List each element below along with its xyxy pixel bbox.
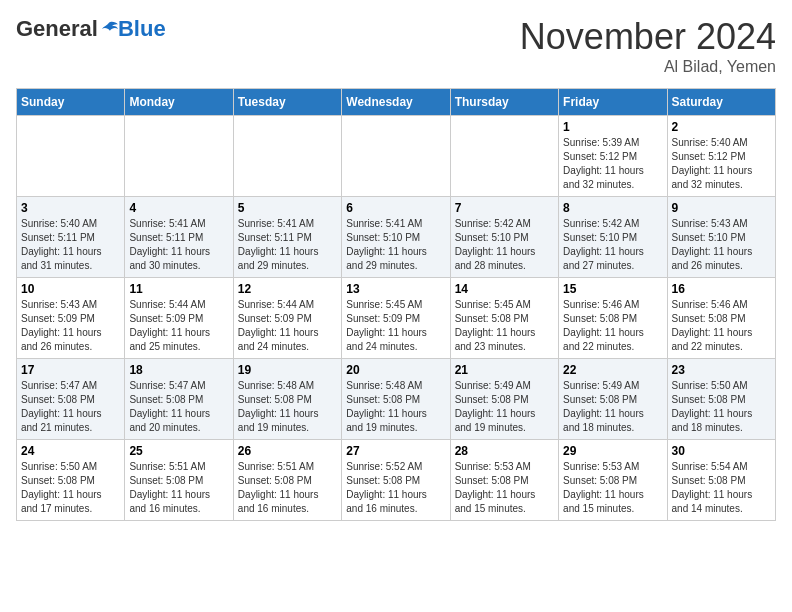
calendar-cell: 26Sunrise: 5:51 AMSunset: 5:08 PMDayligh…: [233, 440, 341, 521]
calendar-cell: 30Sunrise: 5:54 AMSunset: 5:08 PMDayligh…: [667, 440, 775, 521]
day-info: Sunrise: 5:45 AMSunset: 5:08 PMDaylight:…: [455, 298, 554, 354]
day-number: 1: [563, 120, 662, 134]
day-number: 18: [129, 363, 228, 377]
calendar-week-row: 17Sunrise: 5:47 AMSunset: 5:08 PMDayligh…: [17, 359, 776, 440]
calendar-week-row: 10Sunrise: 5:43 AMSunset: 5:09 PMDayligh…: [17, 278, 776, 359]
day-info: Sunrise: 5:40 AMSunset: 5:11 PMDaylight:…: [21, 217, 120, 273]
day-number: 24: [21, 444, 120, 458]
month-title: November 2024: [520, 16, 776, 58]
logo: General Blue: [16, 16, 166, 42]
calendar-header-row: SundayMondayTuesdayWednesdayThursdayFrid…: [17, 89, 776, 116]
calendar-week-row: 24Sunrise: 5:50 AMSunset: 5:08 PMDayligh…: [17, 440, 776, 521]
calendar-cell: 4Sunrise: 5:41 AMSunset: 5:11 PMDaylight…: [125, 197, 233, 278]
day-number: 8: [563, 201, 662, 215]
calendar-cell: 6Sunrise: 5:41 AMSunset: 5:10 PMDaylight…: [342, 197, 450, 278]
day-info: Sunrise: 5:41 AMSunset: 5:11 PMDaylight:…: [129, 217, 228, 273]
day-info: Sunrise: 5:49 AMSunset: 5:08 PMDaylight:…: [455, 379, 554, 435]
day-number: 26: [238, 444, 337, 458]
day-number: 5: [238, 201, 337, 215]
calendar-cell: 13Sunrise: 5:45 AMSunset: 5:09 PMDayligh…: [342, 278, 450, 359]
location-title: Al Bilad, Yemen: [520, 58, 776, 76]
calendar-cell: 17Sunrise: 5:47 AMSunset: 5:08 PMDayligh…: [17, 359, 125, 440]
calendar-cell: 2Sunrise: 5:40 AMSunset: 5:12 PMDaylight…: [667, 116, 775, 197]
calendar-cell: 16Sunrise: 5:46 AMSunset: 5:08 PMDayligh…: [667, 278, 775, 359]
calendar-cell: 28Sunrise: 5:53 AMSunset: 5:08 PMDayligh…: [450, 440, 558, 521]
calendar-cell: 22Sunrise: 5:49 AMSunset: 5:08 PMDayligh…: [559, 359, 667, 440]
day-number: 10: [21, 282, 120, 296]
day-info: Sunrise: 5:53 AMSunset: 5:08 PMDaylight:…: [455, 460, 554, 516]
day-number: 29: [563, 444, 662, 458]
calendar-cell: [17, 116, 125, 197]
weekday-header: Monday: [125, 89, 233, 116]
weekday-header: Tuesday: [233, 89, 341, 116]
logo-blue-text: Blue: [118, 16, 166, 42]
day-info: Sunrise: 5:51 AMSunset: 5:08 PMDaylight:…: [238, 460, 337, 516]
day-info: Sunrise: 5:48 AMSunset: 5:08 PMDaylight:…: [238, 379, 337, 435]
day-number: 19: [238, 363, 337, 377]
day-info: Sunrise: 5:44 AMSunset: 5:09 PMDaylight:…: [238, 298, 337, 354]
day-info: Sunrise: 5:43 AMSunset: 5:09 PMDaylight:…: [21, 298, 120, 354]
calendar-cell: 24Sunrise: 5:50 AMSunset: 5:08 PMDayligh…: [17, 440, 125, 521]
day-info: Sunrise: 5:46 AMSunset: 5:08 PMDaylight:…: [563, 298, 662, 354]
day-info: Sunrise: 5:52 AMSunset: 5:08 PMDaylight:…: [346, 460, 445, 516]
day-info: Sunrise: 5:41 AMSunset: 5:10 PMDaylight:…: [346, 217, 445, 273]
day-number: 17: [21, 363, 120, 377]
day-info: Sunrise: 5:43 AMSunset: 5:10 PMDaylight:…: [672, 217, 771, 273]
calendar-cell: 1Sunrise: 5:39 AMSunset: 5:12 PMDaylight…: [559, 116, 667, 197]
day-number: 4: [129, 201, 228, 215]
day-number: 25: [129, 444, 228, 458]
calendar-cell: 7Sunrise: 5:42 AMSunset: 5:10 PMDaylight…: [450, 197, 558, 278]
day-info: Sunrise: 5:53 AMSunset: 5:08 PMDaylight:…: [563, 460, 662, 516]
day-number: 12: [238, 282, 337, 296]
day-number: 20: [346, 363, 445, 377]
weekday-header: Thursday: [450, 89, 558, 116]
day-info: Sunrise: 5:54 AMSunset: 5:08 PMDaylight:…: [672, 460, 771, 516]
calendar-cell: [125, 116, 233, 197]
calendar-cell: 11Sunrise: 5:44 AMSunset: 5:09 PMDayligh…: [125, 278, 233, 359]
calendar-cell: 23Sunrise: 5:50 AMSunset: 5:08 PMDayligh…: [667, 359, 775, 440]
logo-general-text: General: [16, 16, 98, 42]
calendar-cell: 14Sunrise: 5:45 AMSunset: 5:08 PMDayligh…: [450, 278, 558, 359]
calendar-cell: 12Sunrise: 5:44 AMSunset: 5:09 PMDayligh…: [233, 278, 341, 359]
day-number: 3: [21, 201, 120, 215]
calendar-cell: 25Sunrise: 5:51 AMSunset: 5:08 PMDayligh…: [125, 440, 233, 521]
day-info: Sunrise: 5:46 AMSunset: 5:08 PMDaylight:…: [672, 298, 771, 354]
weekday-header: Sunday: [17, 89, 125, 116]
calendar-table: SundayMondayTuesdayWednesdayThursdayFrid…: [16, 88, 776, 521]
day-number: 28: [455, 444, 554, 458]
page-header: General Blue November 2024 Al Bilad, Yem…: [16, 16, 776, 76]
day-info: Sunrise: 5:42 AMSunset: 5:10 PMDaylight:…: [455, 217, 554, 273]
calendar-cell: [342, 116, 450, 197]
day-info: Sunrise: 5:47 AMSunset: 5:08 PMDaylight:…: [129, 379, 228, 435]
day-info: Sunrise: 5:50 AMSunset: 5:08 PMDaylight:…: [21, 460, 120, 516]
day-number: 2: [672, 120, 771, 134]
day-number: 16: [672, 282, 771, 296]
day-number: 15: [563, 282, 662, 296]
day-info: Sunrise: 5:45 AMSunset: 5:09 PMDaylight:…: [346, 298, 445, 354]
day-number: 23: [672, 363, 771, 377]
calendar-cell: 29Sunrise: 5:53 AMSunset: 5:08 PMDayligh…: [559, 440, 667, 521]
day-number: 13: [346, 282, 445, 296]
day-info: Sunrise: 5:47 AMSunset: 5:08 PMDaylight:…: [21, 379, 120, 435]
day-number: 9: [672, 201, 771, 215]
weekday-header: Saturday: [667, 89, 775, 116]
day-number: 7: [455, 201, 554, 215]
calendar-cell: 18Sunrise: 5:47 AMSunset: 5:08 PMDayligh…: [125, 359, 233, 440]
weekday-header: Wednesday: [342, 89, 450, 116]
day-info: Sunrise: 5:48 AMSunset: 5:08 PMDaylight:…: [346, 379, 445, 435]
calendar-cell: 15Sunrise: 5:46 AMSunset: 5:08 PMDayligh…: [559, 278, 667, 359]
weekday-header: Friday: [559, 89, 667, 116]
day-number: 14: [455, 282, 554, 296]
day-info: Sunrise: 5:41 AMSunset: 5:11 PMDaylight:…: [238, 217, 337, 273]
day-number: 11: [129, 282, 228, 296]
day-info: Sunrise: 5:51 AMSunset: 5:08 PMDaylight:…: [129, 460, 228, 516]
day-number: 27: [346, 444, 445, 458]
logo-bird-icon: [100, 20, 118, 38]
calendar-cell: 3Sunrise: 5:40 AMSunset: 5:11 PMDaylight…: [17, 197, 125, 278]
calendar-cell: 10Sunrise: 5:43 AMSunset: 5:09 PMDayligh…: [17, 278, 125, 359]
calendar-cell: [233, 116, 341, 197]
day-number: 30: [672, 444, 771, 458]
title-block: November 2024 Al Bilad, Yemen: [520, 16, 776, 76]
day-info: Sunrise: 5:42 AMSunset: 5:10 PMDaylight:…: [563, 217, 662, 273]
day-info: Sunrise: 5:44 AMSunset: 5:09 PMDaylight:…: [129, 298, 228, 354]
